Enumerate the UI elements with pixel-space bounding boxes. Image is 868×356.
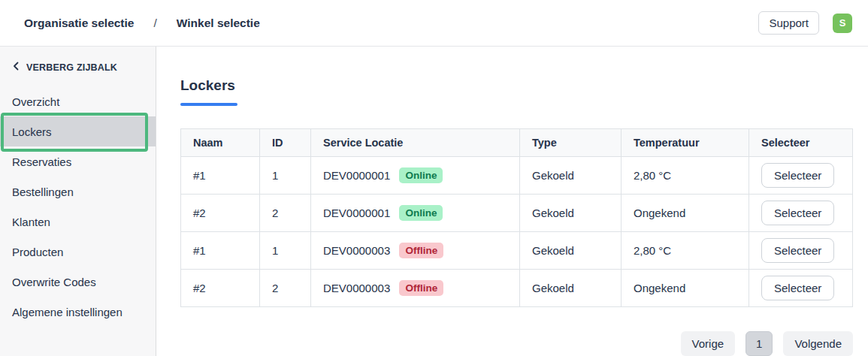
table-row: #1 1 DEV0000003 Offline Gekoeld 2,80 °C … [181,232,853,270]
breadcrumb-winkel-selectie[interactable]: Winkel selectie [177,17,260,30]
cell-service-locatie: DEV0000003 Offline [311,270,520,307]
cell-naam: #2 [181,195,260,232]
table-header-row: Naam ID Service Locatie Type Temperatuur… [181,129,853,157]
page-title: Lockers [180,77,853,94]
cell-temperatuur: 2,80 °C [622,157,749,195]
support-button[interactable]: Support [758,11,819,35]
status-badge: Offline [399,280,443,296]
cell-temperatuur: 2,80 °C [622,232,749,270]
lockers-table: Naam ID Service Locatie Type Temperatuur… [180,128,853,307]
selecteer-button[interactable]: Selecteer [761,163,834,188]
chevron-left-icon [12,62,20,73]
column-header-temperatuur: Temperatuur [622,129,749,157]
breadcrumb-separator: / [153,17,156,30]
breadcrumb-organisatie-selectie[interactable]: Organisatie selectie [24,17,134,30]
column-header-selecteer: Selecteer [749,129,853,157]
status-badge: Online [399,205,443,221]
cell-service-locatie: DEV0000001 Online [311,157,520,195]
service-locatie-code: DEV0000003 [323,244,390,257]
topbar: Organisatie selectie / Winkel selectie S… [0,0,868,47]
column-header-naam: Naam [181,129,260,157]
selecteer-button[interactable]: Selecteer [761,201,834,225]
column-header-service-locatie: Service Locatie [311,129,520,157]
cell-type: Gekoeld [520,195,622,232]
service-locatie-code: DEV0000001 [323,207,390,219]
title-underline [180,103,237,106]
cell-action: Selecteer [749,157,853,195]
sidebar-item-producten[interactable]: Producten [0,237,156,267]
cell-service-locatie: DEV0000003 Offline [311,232,520,270]
cell-temperatuur: Ongekend [622,270,749,307]
sidebar-item-algemene-instellingen[interactable]: Algemene instellingen [0,297,156,327]
sidebar-item-klanten[interactable]: Klanten [0,207,156,237]
cell-naam: #2 [181,270,260,307]
cell-id: 1 [260,157,311,195]
cell-id: 2 [260,195,311,232]
cell-id: 1 [260,232,311,270]
selecteer-button[interactable]: Selecteer [761,276,834,300]
main-content: Lockers Naam ID Service Locatie Type Tem… [156,47,868,356]
table-row: #2 2 DEV0000003 Offline Gekoeld Ongekend… [181,270,853,307]
sidebar: VERBERG ZIJBALK Overzicht Lockers Reserv… [0,47,156,356]
sidebar-nav: Overzicht Lockers Reservaties Bestelling… [0,86,156,327]
breadcrumb: Organisatie selectie / Winkel selectie [24,17,260,30]
table-row: #1 1 DEV0000001 Online Gekoeld 2,80 °C S… [181,157,853,195]
status-badge: Offline [399,243,443,258]
cell-type: Gekoeld [520,270,622,307]
cell-type: Gekoeld [520,157,622,195]
next-page-button[interactable]: Volgende [783,331,853,356]
previous-page-button[interactable]: Vorige [681,331,736,356]
table-row: #2 2 DEV0000001 Online Gekoeld Ongekend … [181,195,853,232]
cell-service-locatie: DEV0000001 Online [311,195,520,232]
cell-action: Selecteer [749,270,853,307]
hide-sidebar-label: VERBERG ZIJBALK [26,62,117,73]
cell-id: 2 [260,270,311,307]
cell-naam: #1 [181,232,260,270]
status-badge: Online [399,167,443,183]
service-locatie-code: DEV0000003 [323,282,390,294]
column-header-type: Type [520,129,622,157]
sidebar-item-lockers[interactable]: Lockers [0,116,156,146]
sidebar-item-bestellingen[interactable]: Bestellingen [0,176,156,207]
cell-action: Selecteer [749,195,853,232]
sidebar-item-reservaties[interactable]: Reservaties [0,146,156,176]
cell-type: Gekoeld [520,232,622,270]
page-number-button[interactable]: 1 [746,331,773,356]
topbar-right: Support S [758,11,852,35]
sidebar-item-overzicht[interactable]: Overzicht [0,86,156,116]
selecteer-button[interactable]: Selecteer [761,238,834,263]
sidebar-item-overwrite-codes[interactable]: Overwrite Codes [0,267,156,297]
pagination: Vorige 1 Volgende [180,331,853,356]
cell-naam: #1 [181,157,260,195]
layout: VERBERG ZIJBALK Overzicht Lockers Reserv… [0,47,868,356]
cell-temperatuur: Ongekend [622,195,749,232]
user-avatar[interactable]: S [833,14,852,33]
cell-action: Selecteer [749,232,853,270]
column-header-id: ID [260,129,311,157]
lockers-table-wrap: Naam ID Service Locatie Type Temperatuur… [180,128,853,307]
hide-sidebar-button[interactable]: VERBERG ZIJBALK [12,62,144,73]
service-locatie-code: DEV0000001 [323,169,390,182]
